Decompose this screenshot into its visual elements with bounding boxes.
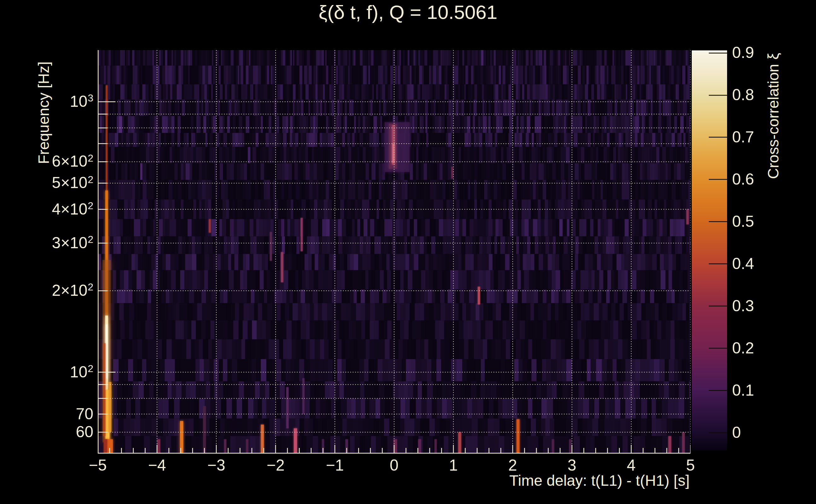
x-axis-title: Time delay: t(L1) - t(H1) [s]	[374, 472, 690, 489]
y-tick-label: 6×102	[0, 153, 93, 169]
colorbar-tick-label: 0.3	[732, 298, 802, 314]
y-tick-label: 102	[0, 364, 93, 380]
y-tick-label: 3×102	[0, 235, 93, 251]
colorbar-tick	[709, 390, 727, 391]
x-tick-label: −2	[250, 457, 301, 473]
colorbar-tick	[709, 221, 727, 222]
colorbar-tick-label: 0.1	[732, 382, 802, 398]
colorbar-tick-label: 0.8	[732, 87, 802, 103]
colorbar-tick	[709, 179, 727, 180]
x-tick-label: 0	[369, 457, 419, 473]
colorbar-tick	[709, 53, 727, 54]
y-tick-exponent: 2	[88, 174, 93, 185]
colorbar-tick-label: 0.6	[732, 171, 802, 187]
y-tick-exponent: 3	[88, 92, 93, 104]
x-tick-label: 4	[606, 457, 657, 473]
x-tick-label: 5	[665, 457, 716, 473]
colorbar-tick-label: 0.9	[732, 45, 802, 60]
colorbar-tick-label: 0	[732, 425, 802, 440]
y-tick-exponent: 2	[88, 281, 93, 293]
x-tick-label: 1	[428, 457, 479, 473]
x-tick-label: −5	[72, 457, 123, 473]
y-tick-exponent: 2	[88, 200, 93, 211]
y-tick-label: 70	[0, 406, 93, 422]
colorbar-tick	[709, 137, 727, 138]
x-tick-label: 3	[547, 457, 597, 473]
y-tick-label: 4×102	[0, 201, 93, 217]
y-tick-exponent: 2	[88, 363, 93, 374]
cross-correlation-spectrogram-figure: ξ(δ t, f), Q = 10.5061 Frequency [Hz] Ti…	[0, 0, 816, 504]
colorbar-tick-label: 0.5	[732, 214, 802, 229]
colorbar-tick	[709, 432, 727, 433]
y-tick-label: 103	[0, 94, 93, 109]
x-tick-label: 2	[487, 457, 538, 473]
colorbar-tick	[709, 263, 727, 264]
colorbar-tick	[709, 348, 727, 349]
y-tick-label: 5×102	[0, 175, 93, 191]
colorbar-title: Cross-correlation ξ	[765, 53, 782, 179]
colorbar-tick-label: 0.4	[732, 256, 802, 272]
y-tick-exponent: 2	[88, 234, 93, 245]
colorbar-tick-label: 0.2	[732, 340, 802, 356]
colorbar-tick	[709, 95, 727, 96]
y-tick-label: 2×102	[0, 283, 93, 298]
colorbar-tick-label: 0.7	[732, 129, 802, 145]
x-tick-label: −1	[310, 457, 360, 473]
colorbar-tick	[709, 306, 727, 306]
y-tick-label: 60	[0, 424, 93, 440]
heatmap-canvas	[98, 50, 691, 454]
x-tick-label: −3	[191, 457, 242, 473]
x-tick-label: −4	[132, 457, 182, 473]
y-axis-title: Frequency [Hz]	[35, 61, 52, 164]
y-tick-exponent: 2	[88, 152, 93, 164]
plot-title: ξ(δ t, f), Q = 10.5061	[0, 2, 816, 23]
